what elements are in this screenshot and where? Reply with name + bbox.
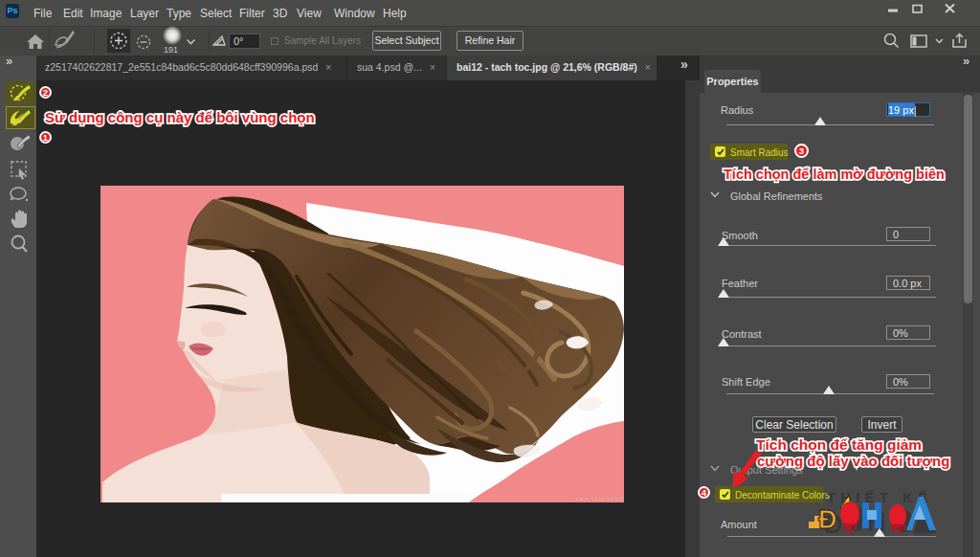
svg-text:w w w . t h i e t k e d o h o: w w w . t h i e t k e d o h o a [575, 496, 624, 501]
svg-text:Đ: Đ [818, 505, 837, 534]
svg-text:Tích chọn để làm mờ đường biên: Tích chọn để làm mờ đường biên [724, 167, 945, 182]
svg-text:Tích chọn để tăng giảm: Tích chọn để tăng giảm [756, 436, 922, 453]
svg-text:Sử dụng công cụ này để bôi vùn: Sử dụng công cụ này để bôi vùng chọn [45, 109, 315, 125]
